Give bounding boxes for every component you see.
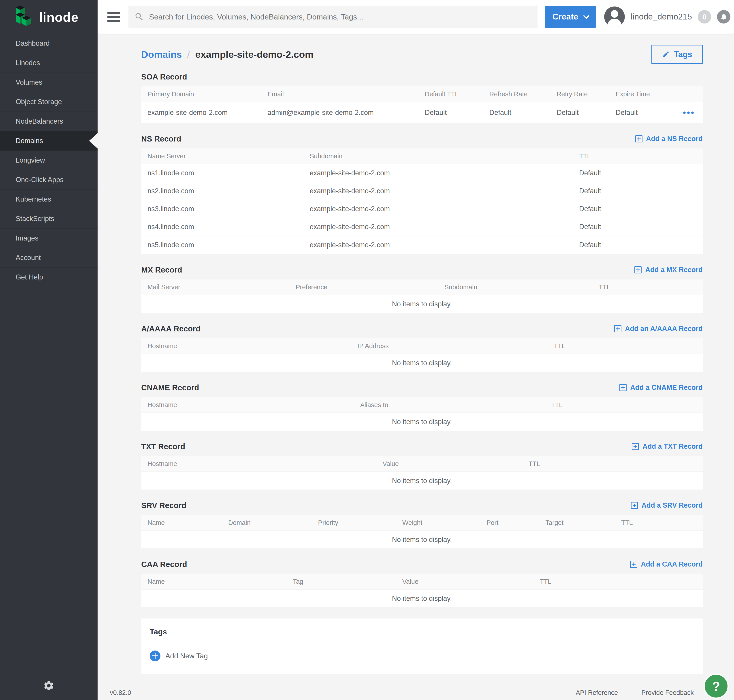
search-input[interactable]	[149, 13, 532, 21]
add-new-tag-label: Add New Tag	[165, 652, 208, 660]
add-txt-record-link[interactable]: Add a TXT Record	[632, 443, 703, 450]
cell-default-ttl: Default	[425, 109, 489, 117]
cell-ttl: Default	[579, 187, 703, 195]
header-cell: Hostname	[141, 460, 383, 468]
linode-logo[interactable]: linode	[0, 0, 98, 34]
sidebar-item-longview[interactable]: Longview	[0, 151, 98, 170]
question-mark-icon: ?	[712, 679, 720, 694]
srv-record-table: Name Domain Priority Weight Port Target …	[141, 515, 703, 549]
sidebar-item-images[interactable]: Images	[0, 229, 98, 248]
table-row: example-site-demo-2.com admin@example-si…	[141, 102, 703, 123]
sidebar-item-label: One-Click Apps	[16, 176, 63, 184]
empty-state: No items to display.	[141, 472, 703, 490]
header-cell: IP Address	[357, 343, 554, 350]
sidebar-item-dashboard[interactable]: Dashboard	[0, 34, 98, 53]
add-cname-record-link[interactable]: Add a CNAME Record	[619, 384, 703, 392]
chevron-down-icon	[583, 13, 589, 19]
empty-state: No items to display.	[141, 531, 703, 549]
header-cell: Subdomain	[445, 284, 599, 291]
section-title: CNAME Record	[141, 383, 199, 392]
add-a-aaaa-record-link[interactable]: Add an A/AAAA Record	[614, 325, 703, 333]
header-cell: Aliases to	[360, 401, 551, 409]
username: linode_demo215	[631, 12, 692, 22]
table-row: ns1.linode.com example-site-demo-2.com D…	[141, 164, 703, 182]
sidebar-item-label: Linodes	[16, 59, 40, 67]
record-section-txt: TXT Record Add a TXT Record Hostname Val…	[141, 440, 703, 490]
sidebar-item-label: StackScripts	[16, 215, 54, 223]
avatar[interactable]	[604, 6, 625, 27]
hamburger-menu-icon[interactable]	[107, 12, 120, 22]
header-cell: TTL	[554, 343, 703, 350]
empty-state: No items to display.	[141, 413, 703, 431]
record-section-srv: SRV Record Add a SRV Record Name Domain …	[141, 499, 703, 549]
cell-ttl: Default	[579, 205, 703, 213]
sidebar-item-kubernetes[interactable]: Kubernetes	[0, 190, 98, 209]
create-button[interactable]: Create	[545, 6, 596, 28]
plus-square-icon	[635, 135, 643, 143]
mx-record-table: Mail Server Preference Subdomain TTL No …	[141, 279, 703, 313]
add-ns-record-link[interactable]: Add a NS Record	[635, 135, 703, 143]
sidebar-item-get-help[interactable]: Get Help	[0, 268, 98, 287]
cell-retry-rate: Default	[557, 109, 616, 117]
header-cell: Tag	[293, 578, 402, 585]
sidebar-item-label: Account	[16, 254, 41, 262]
sidebar-item-label: NodeBalancers	[16, 117, 63, 125]
add-caa-record-link[interactable]: Add a CAA Record	[630, 560, 703, 568]
section-title: SRV Record	[141, 501, 186, 510]
user-menu[interactable]: linode_demo215 0	[604, 6, 730, 27]
sidebar-item-account[interactable]: Account	[0, 248, 98, 268]
cell-expire-time: Default	[616, 109, 669, 117]
header-cell: Primary Domain	[141, 90, 268, 98]
empty-state: No items to display.	[141, 296, 703, 313]
footer-link-provide-feedback[interactable]: Provide Feedback	[642, 689, 694, 696]
sidebar-item-volumes[interactable]: Volumes	[0, 73, 98, 92]
sidebar-item-domains[interactable]: Domains	[0, 131, 98, 151]
breadcrumb-domains-link[interactable]: Domains	[141, 49, 182, 60]
sidebar-nav: Dashboard Linodes Volumes Object Storage…	[0, 34, 98, 287]
footer-link-api-reference[interactable]: API Reference	[576, 689, 618, 696]
sidebar: linode Dashboard Linodes Volumes Object …	[0, 0, 98, 700]
add-link-label: Add a NS Record	[646, 135, 703, 143]
plus-square-icon	[631, 502, 638, 509]
ns-record-table: Name Server Subdomain TTL ns1.linode.com…	[141, 149, 703, 254]
sidebar-item-object-storage[interactable]: Object Storage	[0, 92, 98, 112]
notifications-button[interactable]	[717, 10, 730, 24]
add-mx-record-link[interactable]: Add a MX Record	[634, 266, 703, 274]
add-link-label: Add a CNAME Record	[630, 384, 703, 392]
add-srv-record-link[interactable]: Add a SRV Record	[631, 501, 703, 509]
cell-name-server: ns5.linode.com	[141, 241, 310, 249]
breadcrumb-separator: /	[187, 49, 190, 60]
add-new-tag-button[interactable]: Add New Tag	[150, 650, 694, 661]
plus-square-icon	[619, 384, 627, 391]
row-actions-kebab-icon[interactable]	[683, 112, 703, 114]
tags-card-title: Tags	[150, 628, 694, 636]
sidebar-item-one-click-apps[interactable]: One-Click Apps	[0, 170, 98, 190]
sidebar-item-linodes[interactable]: Linodes	[0, 53, 98, 73]
edit-tags-button[interactable]: Tags	[652, 45, 703, 64]
help-beacon-button[interactable]: ?	[703, 674, 729, 699]
app-root: linode Dashboard Linodes Volumes Object …	[0, 0, 734, 700]
header-cell: Subdomain	[310, 153, 579, 160]
section-title: A/AAAA Record	[141, 324, 201, 333]
breadcrumb: Domains / example-site-demo-2.com	[141, 49, 314, 60]
section-title: SOA Record	[141, 72, 187, 81]
header-cell: Hostname	[141, 401, 360, 409]
empty-state: No items to display.	[141, 590, 703, 607]
section-title: NS Record	[141, 134, 181, 143]
notification-count-badge[interactable]: 0	[698, 10, 711, 24]
section-title: CAA Record	[141, 560, 187, 569]
add-link-label: Add a CAA Record	[641, 560, 703, 568]
record-section-caa: CAA Record Add a CAA Record Name Tag Val…	[141, 558, 703, 607]
a-aaaa-record-table: Hostname IP Address TTL No items to disp…	[141, 338, 703, 372]
table-header: Hostname Aliases to TTL	[141, 397, 703, 412]
header-cell: Default TTL	[425, 90, 489, 98]
header-cell: Target	[545, 519, 621, 526]
sidebar-item-label: Volumes	[16, 78, 42, 87]
header-cell: Name	[141, 519, 228, 526]
record-section-mx: MX Record Add a MX Record Mail Server Pr…	[141, 264, 703, 313]
settings-gear-icon[interactable]	[43, 680, 54, 693]
table-row: ns4.linode.com example-site-demo-2.com D…	[141, 218, 703, 236]
add-link-label: Add a TXT Record	[643, 443, 703, 450]
sidebar-item-stackscripts[interactable]: StackScripts	[0, 209, 98, 229]
sidebar-item-nodebalancers[interactable]: NodeBalancers	[0, 112, 98, 131]
